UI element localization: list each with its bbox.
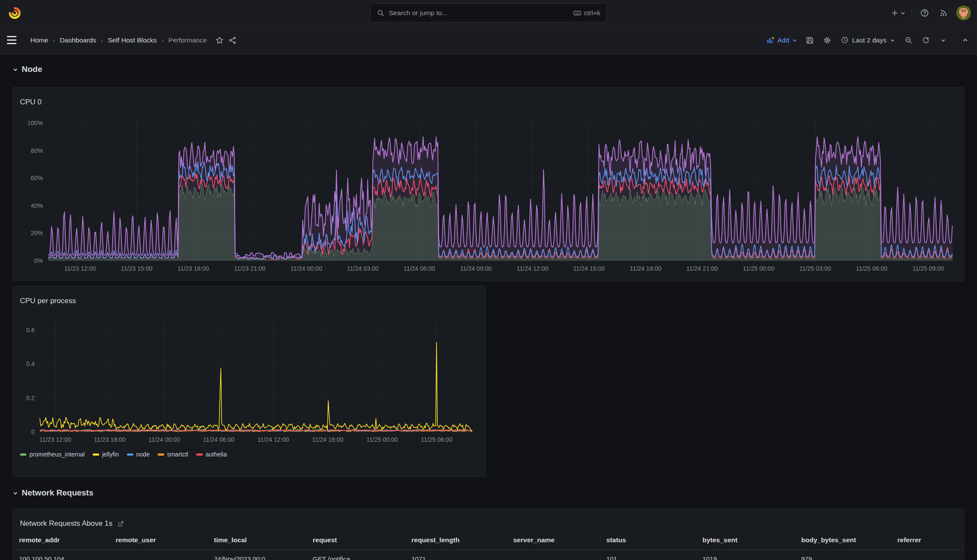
- table-row[interactable]: 100.100.50.10424/Nov/2023 00:0GET /notif…: [13, 550, 964, 560]
- chevron-up-icon: [962, 37, 968, 43]
- column-header-remote_user[interactable]: remote_user: [110, 531, 208, 550]
- legend-label: authelia: [206, 451, 227, 458]
- y-tick-label: 0.2: [13, 395, 35, 401]
- table-cell: [891, 550, 964, 560]
- breadcrumb-self-host-blocks[interactable]: Self Host Blocks: [108, 36, 157, 44]
- column-header-request[interactable]: request: [307, 531, 405, 550]
- chevron-down-icon: [792, 38, 797, 43]
- search-placeholder: Search or jump to...: [389, 9, 569, 17]
- add-button[interactable]: Add: [764, 36, 799, 45]
- x-tick-label: 11/23 15:00: [121, 265, 152, 272]
- column-header-status[interactable]: status: [600, 531, 696, 550]
- network-requests-table: remote_addrremote_usertime_localrequestr…: [13, 531, 964, 560]
- grafana-logo-icon[interactable]: [8, 6, 22, 20]
- y-tick-label: 20%: [13, 230, 43, 236]
- row-network-requests[interactable]: Network Requests: [13, 488, 94, 498]
- avatar[interactable]: [956, 6, 971, 20]
- table-cell: 24/Nov/2023 00:0: [208, 550, 307, 560]
- time-range-label: Last 2 days: [852, 36, 886, 44]
- chart-cpu0[interactable]: 0%20%40%60%80%100%11/23 12:0011/23 15:00…: [13, 87, 964, 281]
- column-header-referrer[interactable]: referrer: [891, 531, 964, 550]
- y-tick-label: 0.6: [13, 327, 35, 333]
- top-bar: Search or jump to... ctrl+k: [0, 0, 977, 26]
- column-header-remote_addr[interactable]: remote_addr: [13, 531, 110, 550]
- new-button[interactable]: [891, 6, 906, 19]
- panel-network-requests: Network Requests Above 1s remote_addrrem…: [13, 508, 964, 560]
- breadcrumb-dashboards[interactable]: Dashboards: [60, 36, 96, 44]
- x-tick-label: 11/24 12:00: [517, 265, 548, 272]
- dashboard-canvas: Node CPU 0 0%20%40%60%80%100%11/23 12:00…: [0, 55, 977, 560]
- shortcut-hint: ctrl+k: [573, 9, 600, 17]
- collapse-toolbar-button[interactable]: [959, 34, 972, 47]
- help-button[interactable]: [918, 6, 931, 19]
- legend-marker: [93, 453, 99, 456]
- table-cell: 101: [600, 550, 696, 560]
- chevron-down-icon: [13, 67, 18, 72]
- column-header-server_name[interactable]: server_name: [507, 531, 600, 550]
- y-tick-label: 0%: [13, 257, 43, 264]
- divider: [912, 7, 912, 19]
- clock-icon: [841, 36, 849, 44]
- x-tick-label: 11/24 12:00: [257, 436, 289, 443]
- x-tick-label: 11/25 00:00: [366, 436, 398, 443]
- legend-marker: [20, 453, 26, 456]
- table-header-row: remote_addrremote_usertime_localrequestr…: [13, 531, 964, 550]
- panel-title-network-requests[interactable]: Network Requests Above 1s: [20, 519, 124, 528]
- table-cell: GET /notifica: [307, 550, 405, 560]
- legend-item-prometheus_internal[interactable]: prometheus_internal: [20, 451, 85, 458]
- breadcrumb-separator: ›: [101, 36, 103, 44]
- favorite-star-button[interactable]: [213, 34, 226, 47]
- external-link-icon[interactable]: [117, 520, 124, 528]
- chart-cpu_per_process[interactable]: 00.20.40.611/23 12:0011/23 18:0011/24 00…: [13, 286, 485, 476]
- y-tick-label: 80%: [13, 147, 43, 154]
- x-tick-label: 11/24 06:00: [203, 436, 235, 443]
- table-cell: 1071: [405, 550, 507, 560]
- legend-marker: [158, 453, 164, 456]
- x-tick-label: 11/25 06:00: [421, 436, 453, 443]
- table-cell: 1019: [696, 550, 795, 560]
- save-dashboard-button[interactable]: [803, 34, 816, 47]
- legend-marker: [127, 453, 133, 456]
- legend-marker: [196, 453, 203, 456]
- x-tick-label: 11/25 09:00: [912, 265, 944, 272]
- refresh-interval-dropdown[interactable]: [937, 34, 950, 47]
- dashboard-settings-button[interactable]: [821, 34, 834, 47]
- chevron-down-icon: [890, 38, 895, 43]
- dashboard-toolbar: Home › Dashboards › Self Host Blocks › P…: [0, 26, 977, 55]
- legend-item-jellyfin[interactable]: jellyfin: [93, 451, 119, 458]
- series-jellyfin: [40, 343, 472, 432]
- legend-label: node: [136, 451, 150, 458]
- column-header-time_local[interactable]: time_local: [208, 531, 307, 550]
- news-rss-button[interactable]: [937, 6, 950, 19]
- add-panel-icon: [766, 36, 775, 45]
- column-header-request_length[interactable]: request_length: [405, 531, 507, 550]
- y-tick-label: 100%: [13, 120, 43, 126]
- zoom-out-button[interactable]: [902, 34, 915, 47]
- topbar-actions: [891, 0, 971, 26]
- breadcrumb: Home › Dashboards › Self Host Blocks › P…: [30, 36, 207, 44]
- y-tick-label: 60%: [13, 175, 43, 181]
- refresh-button[interactable]: [919, 34, 932, 47]
- time-range-picker[interactable]: Last 2 days: [838, 33, 898, 47]
- legend-item-authelia[interactable]: authelia: [196, 451, 227, 458]
- breadcrumb-home[interactable]: Home: [30, 36, 48, 44]
- column-header-body_bytes_sent[interactable]: body_bytes_sent: [795, 531, 891, 550]
- column-header-bytes_sent[interactable]: bytes_sent: [696, 531, 795, 550]
- x-tick-label: 11/23 18:00: [178, 265, 209, 272]
- menu-toggle-button[interactable]: [7, 34, 20, 47]
- chevron-down-icon: [13, 490, 18, 496]
- search-icon: [377, 9, 385, 17]
- x-tick-label: 11/25 06:00: [856, 265, 887, 272]
- x-tick-label: 11/24 09:00: [460, 265, 492, 272]
- search-input[interactable]: Search or jump to... ctrl+k: [370, 3, 607, 23]
- row-node[interactable]: Node: [13, 65, 42, 74]
- breadcrumb-separator: ›: [53, 36, 55, 44]
- table-cell: 979: [795, 550, 891, 560]
- legend-item-smartctl[interactable]: smartctl: [158, 451, 188, 458]
- x-tick-label: 11/23 12:00: [39, 436, 71, 443]
- y-tick-label: 0.4: [13, 360, 35, 367]
- legend-label: prometheus_internal: [29, 451, 85, 458]
- share-button[interactable]: [226, 34, 239, 47]
- legend-item-node[interactable]: node: [127, 451, 150, 458]
- x-tick-label: 11/23 12:00: [65, 265, 96, 272]
